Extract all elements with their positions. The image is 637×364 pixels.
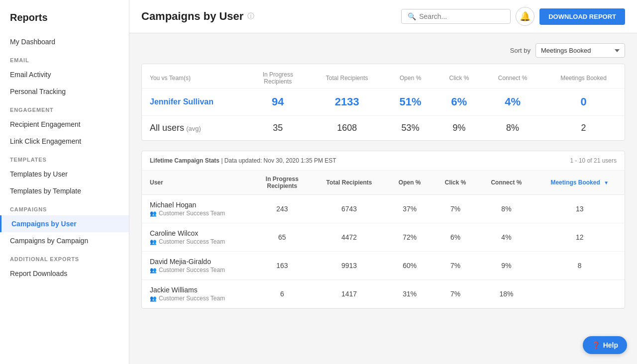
td-user-0: Michael Hogan 👥 Customer Success Team <box>142 195 252 223</box>
stats-info-label: Lifetime Campaign Stats | Data updated: … <box>150 157 336 164</box>
bell-icon: 🔔 <box>520 11 531 22</box>
td-in-progress-3: 6 <box>252 280 312 308</box>
sidebar-item-report-downloads[interactable]: Report Downloads <box>0 265 129 282</box>
header-right: 🔍 🔔 DOWNLOAD REPORT <box>401 7 625 26</box>
sort-select[interactable]: Meetings Booked Open % Click % Connect %… <box>535 43 625 58</box>
sidebar-section-additional-exports: ADDITIONAL EXPORTS <box>0 249 129 265</box>
td-click-1: 6% <box>433 223 478 252</box>
sidebar-item-my-dashboard[interactable]: My Dashboard <box>0 33 129 50</box>
td-total-2: 9913 <box>312 252 386 280</box>
td-total-3: 1417 <box>312 280 386 308</box>
td-user-2: David Mejia-Giraldo 👥 Customer Success T… <box>142 252 252 280</box>
team-icon-1: 👥 <box>150 239 157 245</box>
td-connect-2: 9% <box>478 252 534 280</box>
data-table: User In Progress Recipients Total Recipi… <box>142 171 625 308</box>
col-header-connect: Connect % <box>483 64 542 89</box>
help-button[interactable]: ❓ Help <box>583 336 627 354</box>
summary-row-jennifer: Jennifer Sullivan 94 2133 51% 6% <box>142 89 625 116</box>
td-open-2: 60% <box>387 252 433 280</box>
summary-meetings-allusers: 2 <box>542 116 625 141</box>
summary-connect-allusers: 8% <box>483 116 542 141</box>
team-label-2: 👥 Customer Success Team <box>150 267 244 273</box>
td-in-progress-1: 65 <box>252 223 312 252</box>
team-icon-2: 👥 <box>150 267 157 273</box>
app-title: Reports <box>0 0 129 33</box>
td-total-1: 4472 <box>312 223 386 252</box>
sidebar-item-campaigns-by-campaign[interactable]: Campaigns by Campaign <box>0 232 129 249</box>
td-click-3: 7% <box>433 280 478 308</box>
summary-user-jennifer: Jennifer Sullivan <box>142 89 247 116</box>
td-connect-3: 18% <box>478 280 534 308</box>
summary-click-allusers: 9% <box>435 116 483 141</box>
search-box: 🔍 <box>401 9 511 24</box>
summary-meetings-jennifer: 0 <box>542 89 625 116</box>
col-header-total: Total Recipients <box>309 64 385 89</box>
download-report-button[interactable]: DOWNLOAD REPORT <box>539 8 625 25</box>
table-row: Jackie Williams 👥 Customer Success Team … <box>142 280 625 308</box>
col-click: Click % <box>433 171 478 195</box>
col-open: Open % <box>387 171 433 195</box>
td-click-2: 7% <box>433 252 478 280</box>
summary-open-jennifer: 51% <box>385 89 435 116</box>
notifications-button[interactable]: 🔔 <box>516 7 534 26</box>
stats-header: Lifetime Campaign Stats | Data updated: … <box>142 151 625 171</box>
td-click-0: 7% <box>433 195 478 223</box>
team-label-0: 👥 Customer Success Team <box>150 210 244 217</box>
sidebar-item-personal-tracking[interactable]: Personal Tracking <box>0 83 129 100</box>
sidebar-item-campaigns-by-user[interactable]: Campaigns by User <box>0 215 129 232</box>
td-in-progress-0: 243 <box>252 195 312 223</box>
jennifer-sullivan-link[interactable]: Jennifer Sullivan <box>150 97 213 106</box>
td-in-progress-2: 163 <box>252 252 312 280</box>
info-icon[interactable]: ⓘ <box>247 12 254 21</box>
summary-open-allusers: 53% <box>385 116 435 141</box>
sidebar-item-recipient-engagement[interactable]: Recipient Engagement <box>0 116 129 133</box>
table-row: David Mejia-Giraldo 👥 Customer Success T… <box>142 252 625 280</box>
td-open-0: 37% <box>387 195 433 223</box>
summary-card: You vs Team(s) In Progress Recipients To… <box>141 64 625 141</box>
team-icon-0: 👥 <box>150 210 157 217</box>
td-meetings-2: 8 <box>535 252 625 280</box>
td-total-0: 6743 <box>312 195 386 223</box>
td-meetings-0: 13 <box>535 195 625 223</box>
sidebar-item-email-activity[interactable]: Email Activity <box>0 66 129 83</box>
col-user: User <box>142 171 252 195</box>
stats-pagination: 1 - 10 of 21 users <box>570 157 617 164</box>
summary-table: You vs Team(s) In Progress Recipients To… <box>142 64 625 140</box>
col-header-in-progress: In Progress Recipients <box>247 64 309 89</box>
td-open-3: 31% <box>387 280 433 308</box>
search-icon: 🔍 <box>408 12 416 20</box>
summary-in-progress-jennifer: 94 <box>247 89 309 116</box>
td-user-1: Caroline Wilcox 👥 Customer Success Team <box>142 223 252 252</box>
meetings-booked-label: Meetings Booked <box>550 179 600 186</box>
sidebar-item-templates-by-user[interactable]: Templates by User <box>0 166 129 182</box>
col-header-click: Click % <box>435 64 483 89</box>
sidebar-section-email: EMAIL <box>0 50 129 66</box>
summary-click-jennifer: 6% <box>435 89 483 116</box>
sidebar-section-campaigns: CAMPAIGNS <box>0 199 129 215</box>
search-input[interactable] <box>419 12 504 20</box>
summary-in-progress-allusers: 35 <box>247 116 309 141</box>
table-row: Caroline Wilcox 👥 Customer Success Team … <box>142 223 625 252</box>
table-row: Michael Hogan 👥 Customer Success Team 24… <box>142 195 625 223</box>
summary-connect-jennifer: 4% <box>483 89 542 116</box>
col-in-progress: In Progress Recipients <box>252 171 312 195</box>
data-table-header-row: User In Progress Recipients Total Recipi… <box>142 171 625 195</box>
team-label-1: 👥 Customer Success Team <box>150 238 244 245</box>
td-user-3: Jackie Williams 👥 Customer Success Team <box>142 280 252 308</box>
col-header-meetings: Meetings Booked <box>542 64 625 89</box>
page-title: Campaigns by User <box>141 10 243 23</box>
col-connect: Connect % <box>478 171 534 195</box>
col-meetings[interactable]: Meetings Booked ▼ <box>535 171 625 195</box>
td-connect-1: 4% <box>478 223 534 252</box>
sidebar-section-templates: TEMPLATES <box>0 150 129 166</box>
team-label-3: 👥 Customer Success Team <box>150 295 244 302</box>
sidebar: Reports My Dashboard EMAIL Email Activit… <box>0 0 129 364</box>
sidebar-item-link-click-engagement[interactable]: Link Click Engagement <box>0 133 129 150</box>
main-header: Campaigns by User ⓘ 🔍 🔔 DOWNLOAD REPORT <box>129 0 637 33</box>
summary-row-allusers: All users (avg) 35 1608 53% <box>142 116 625 141</box>
sidebar-section-engagement: ENGAGEMENT <box>0 100 129 116</box>
stats-card: Lifetime Campaign Stats | Data updated: … <box>141 151 625 309</box>
td-connect-0: 8% <box>478 195 534 223</box>
summary-header-row: You vs Team(s) In Progress Recipients To… <box>142 64 625 89</box>
sidebar-item-templates-by-template[interactable]: Templates by Template <box>0 182 129 199</box>
